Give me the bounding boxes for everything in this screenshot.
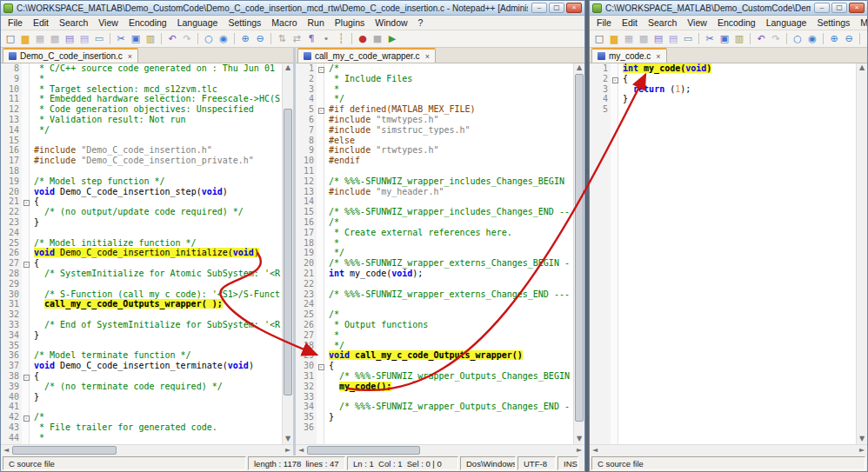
scrollbar-thumb[interactable] xyxy=(12,446,117,455)
close-button[interactable]: × xyxy=(566,3,582,13)
status-eol-format[interactable]: Dos\Windows xyxy=(460,456,516,470)
save-icon[interactable]: ▦ xyxy=(33,32,47,46)
save-all-icon[interactable]: ▩ xyxy=(48,32,62,46)
scroll-up-icon[interactable]: ▲ xyxy=(574,63,584,73)
zoom-out-icon[interactable]: ⊖ xyxy=(253,32,267,46)
save-all-icon[interactable]: ▩ xyxy=(637,32,651,46)
undo-icon[interactable]: ↶ xyxy=(165,32,179,46)
menu-item-view[interactable]: View xyxy=(682,17,712,29)
vertical-scrollbar[interactable]: ▲ ▼ xyxy=(282,63,293,444)
scroll-right-icon[interactable]: ► xyxy=(574,445,584,455)
status-encoding[interactable]: UTF-8 xyxy=(517,456,556,470)
tab-demo-c-code-insertion[interactable]: Demo_C_code_insertion.c × xyxy=(3,48,138,63)
scroll-right-icon[interactable]: ► xyxy=(283,445,293,455)
undo-icon[interactable]: ↶ xyxy=(754,32,768,46)
tab-call-my-c-code-wrapper[interactable]: call_my_c_code_wrapper.c × xyxy=(297,48,436,63)
scroll-up-icon[interactable]: ▲ xyxy=(857,63,867,73)
menu-item-run[interactable]: Run xyxy=(303,17,330,29)
replace-icon[interactable]: ◉ xyxy=(217,32,230,46)
maximize-button[interactable]: ▢ xyxy=(549,3,564,13)
tab-close-icon[interactable]: × xyxy=(128,52,132,61)
scroll-right-icon[interactable]: ► xyxy=(857,445,867,455)
fold-marker-icon[interactable]: - xyxy=(23,262,30,268)
print-icon[interactable]: ▭ xyxy=(92,32,106,46)
horizontal-scrollbar[interactable]: ◄ ► xyxy=(1,444,293,455)
code-editor-my-code[interactable]: 1int my_code(void)2-{3 return (1);4}5 xyxy=(590,63,856,444)
menu-item-file[interactable]: File xyxy=(3,17,28,29)
fold-marker-icon[interactable]: - xyxy=(318,67,324,73)
find-icon[interactable]: ○ xyxy=(202,32,216,46)
close-button[interactable]: × xyxy=(849,3,865,13)
sync-horizontal-icon[interactable]: ⇄ xyxy=(290,32,304,46)
fold-marker-icon[interactable]: - xyxy=(318,364,324,370)
menu-item-window[interactable]: Window xyxy=(370,17,412,29)
close-doc-icon[interactable]: ▤ xyxy=(651,32,665,46)
menu-item-settings[interactable]: Settings xyxy=(223,17,266,29)
save-icon[interactable]: ▦ xyxy=(622,32,636,46)
replace-icon[interactable]: ◉ xyxy=(805,32,819,46)
scroll-down-icon[interactable]: ▼ xyxy=(283,435,293,444)
play-macro-icon[interactable]: ▶ xyxy=(385,32,399,46)
scroll-left-icon[interactable]: ◄ xyxy=(590,445,600,455)
scroll-down-icon[interactable]: ▼ xyxy=(857,435,867,444)
menu-item-file[interactable]: File xyxy=(591,17,617,29)
menu-item-view[interactable]: View xyxy=(93,17,124,29)
new-file-icon[interactable]: □ xyxy=(592,32,606,46)
tab-close-icon[interactable]: × xyxy=(656,52,660,61)
minimize-button[interactable]: – xyxy=(814,3,830,13)
status-insert-mode[interactable]: INS xyxy=(558,456,578,470)
scrollbar-thumb[interactable] xyxy=(575,74,584,422)
minimize-button[interactable]: – xyxy=(531,3,547,13)
indent-guide-icon[interactable]: ┆ xyxy=(334,32,348,46)
copy-icon[interactable]: ▣ xyxy=(129,32,143,46)
scrollbar-thumb[interactable] xyxy=(307,446,420,455)
find-icon[interactable]: ○ xyxy=(791,32,805,46)
fold-marker-icon[interactable]: - xyxy=(23,415,30,422)
zoom-out-icon[interactable]: ⊖ xyxy=(842,32,856,46)
menu-item-encoding[interactable]: Encoding xyxy=(124,17,172,29)
sync-vertical-icon[interactable]: ⇅ xyxy=(275,32,289,46)
menu-item-encoding[interactable]: Encoding xyxy=(712,17,761,29)
horizontal-scrollbar[interactable]: ◄ ► xyxy=(296,444,584,455)
menu-item-language[interactable]: Language xyxy=(172,17,224,29)
zoom-in-icon[interactable]: ⊕ xyxy=(238,32,252,46)
menu-item-settings[interactable]: Settings xyxy=(811,17,855,29)
print-icon[interactable]: ▭ xyxy=(681,32,695,46)
tab-close-icon[interactable]: × xyxy=(425,52,430,61)
cut-icon[interactable]: ✂ xyxy=(703,32,717,46)
code-editor-left[interactable]: 8 * C/C++ source code generated on : Thu… xyxy=(1,63,282,444)
scroll-down-icon[interactable]: ▼ xyxy=(574,435,584,444)
open-folder-icon[interactable]: ▆ xyxy=(607,32,621,46)
close-doc-icon[interactable]: ▤ xyxy=(63,32,77,46)
record-macro-icon[interactable]: ● xyxy=(356,32,370,46)
menu-item-search[interactable]: Search xyxy=(643,17,682,29)
code-editor-mid[interactable]: 1-/*2 * Include Files3 *4 */5-#if define… xyxy=(296,63,573,444)
copy-icon[interactable]: ▣ xyxy=(718,32,731,46)
vertical-scrollbar[interactable]: ▲ ▼ xyxy=(856,63,867,444)
show-all-chars-icon[interactable]: • xyxy=(319,32,333,46)
scroll-left-icon[interactable]: ◄ xyxy=(1,445,11,455)
stop-macro-icon[interactable]: ■ xyxy=(371,32,384,46)
menu-item-edit[interactable]: Edit xyxy=(28,17,54,29)
zoom-in-icon[interactable]: ⊕ xyxy=(827,32,841,46)
title-bar[interactable]: C:\WORKSPACE_MATLAB\Demo_CustomCode\Demo… xyxy=(1,1,584,16)
menu-item-help[interactable]: ? xyxy=(413,17,429,29)
menu-item-search[interactable]: Search xyxy=(54,17,93,29)
open-folder-icon[interactable]: ▆ xyxy=(18,32,32,46)
redo-icon[interactable]: ↷ xyxy=(180,32,194,46)
title-bar[interactable]: C:\WORKSPACE_MATLAB\Demo_CustomCode\Demo… xyxy=(590,1,867,16)
scroll-left-icon[interactable]: ◄ xyxy=(296,445,306,455)
menu-item-language[interactable]: Language xyxy=(761,17,812,29)
paste-icon[interactable]: ▥ xyxy=(732,32,746,46)
close-all-docs-icon[interactable]: ▤ xyxy=(77,32,91,46)
fold-marker-icon[interactable]: - xyxy=(23,375,30,381)
scroll-up-icon[interactable]: ▲ xyxy=(283,63,293,73)
fold-marker-icon[interactable]: - xyxy=(612,77,618,83)
new-file-icon[interactable]: □ xyxy=(3,32,17,46)
sync-vertical-icon[interactable]: ⇅ xyxy=(864,32,867,46)
word-wrap-icon[interactable]: ¶ xyxy=(304,32,318,46)
menu-item-macro[interactable]: Macro xyxy=(855,17,867,29)
fold-marker-icon[interactable]: - xyxy=(23,200,30,206)
menu-item-edit[interactable]: Edit xyxy=(617,17,643,29)
cut-icon[interactable]: ✂ xyxy=(114,32,128,46)
